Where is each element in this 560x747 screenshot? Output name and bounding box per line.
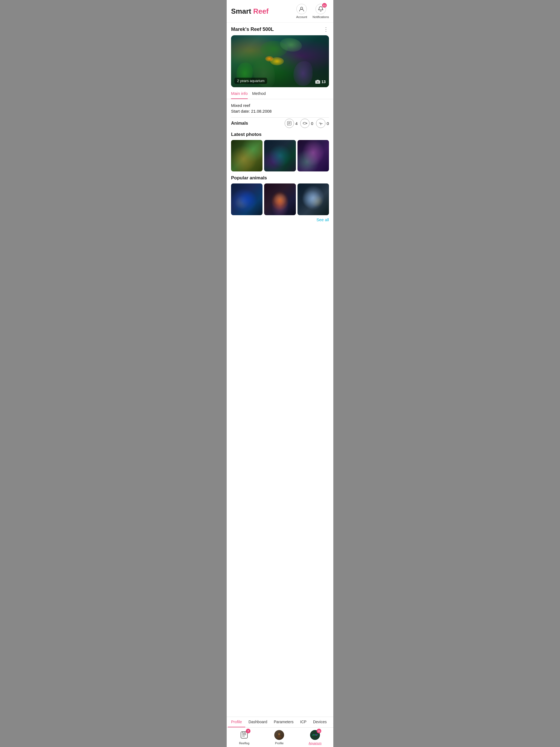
svg-point-10 [319,123,320,123]
tank-label: 2 years aquarium [234,78,267,84]
bottom-nav-reeflog[interactable]: 7 Reeflog [238,729,250,745]
notifications-label: Notifications [312,15,329,19]
svg-point-20 [278,733,280,735]
svg-point-12 [320,123,321,123]
fish-icon [302,121,307,126]
avatar-icon [276,732,282,738]
reeflog-badge: 7 [246,729,251,733]
see-all-link[interactable]: See all [316,217,329,222]
title-reef: Reef [253,7,269,15]
svg-point-0 [301,7,303,9]
tank-type: Mixed reef [231,103,329,108]
list-icon [287,121,292,126]
bottom-nav-profile[interactable]: Profile [274,729,285,745]
notifications-icon-wrap: 11 [315,4,326,14]
bottom-icons-row: 7 Reeflog Profile [227,728,333,747]
photo-count-number: 13 [321,80,326,84]
popular-animal-3[interactable] [298,183,329,215]
animal-coral-icon [316,119,325,128]
avatar [274,730,284,740]
account-icon-wrap [297,4,307,14]
account-button[interactable]: Account [296,4,307,19]
animal-fish-item[interactable]: 0 [300,119,313,128]
info-tabs: Main info Method [227,87,333,99]
account-label: Account [296,15,307,19]
animals-label: Animals [231,121,248,126]
animal-coral-item[interactable]: 0 [316,119,329,128]
photo-thumb-2[interactable] [264,140,296,172]
tank-menu-button[interactable]: ⋮ [323,26,329,32]
header-actions: Account 11 Notifications [296,4,329,19]
reeflog-icon-wrap: 7 [238,729,250,741]
popular-animal-1[interactable] [231,183,262,215]
bottom-nav-aquarium[interactable]: 11 Aquarium [309,729,322,745]
svg-point-11 [322,123,322,124]
animal-list-item[interactable]: 4 [285,119,298,128]
info-section: Mixed reef Start date: 21.08.2008 Animal… [227,99,333,132]
animal-list-count: 4 [295,121,298,126]
profile-label: Profile [275,742,284,745]
popular-section: Popular animals See all [227,175,333,226]
animals-row: Animals 4 [231,117,329,128]
account-icon [299,6,305,12]
tank-image[interactable]: 2 years aquarium 13 [231,35,329,87]
animal-coral-count: 0 [327,121,329,126]
tab-main-info[interactable]: Main info [231,91,248,99]
profile-icon-wrap [274,729,285,741]
photo-thumb-1[interactable] [231,140,262,172]
tab-devices[interactable]: Devices [310,717,330,727]
app-container: Smart Reef Account 11 [227,0,333,747]
photos-section: Latest photos [227,132,333,175]
tank-name: Marek's Reef 500L [231,27,274,32]
tab-method[interactable]: Method [252,91,266,99]
tab-actions[interactable]: Actions [330,717,333,727]
tank-start-date: Start date: 21.08.2008 [231,109,329,113]
popular-animal-2[interactable] [264,183,296,215]
nav-tabs-row: Profile Dashboard Parameters ICP Devices… [227,717,333,728]
main-content: Marek's Reef 500L ⋮ 2 years aquarium [227,23,333,747]
animals-counts: 4 0 [285,119,329,128]
svg-rect-3 [316,80,319,81]
reeflog-label: Reeflog [239,742,249,745]
notification-badge: 11 [322,3,327,8]
svg-point-23 [315,734,317,736]
tab-icp[interactable]: ICP [297,717,310,727]
tab-profile[interactable]: Profile [228,717,245,727]
aquarium-label: Aquarium [309,742,322,745]
svg-point-2 [317,81,319,83]
photo-count-icon [315,80,320,84]
popular-grid [231,183,329,215]
bottom-tabs: Profile Dashboard Parameters ICP Devices… [227,717,333,747]
coral-icon [318,121,323,126]
aquarium-icon-wrap-outer: 11 [309,729,321,741]
aquarium-badge: 11 [316,729,321,733]
tank-section: Marek's Reef 500L ⋮ 2 years aquarium [227,23,333,87]
header: Smart Reef Account 11 [227,0,333,23]
animal-fish-count: 0 [311,121,313,126]
notifications-button[interactable]: 11 Notifications [312,4,329,19]
see-all-row: See all [231,217,329,222]
title-smart: Smart [231,7,253,15]
svg-point-9 [304,123,304,123]
svg-point-22 [313,735,315,736]
popular-title: Popular animals [231,175,329,181]
tab-parameters[interactable]: Parameters [271,717,297,727]
tab-dashboard[interactable]: Dashboard [245,717,271,727]
animal-fish-icon [300,119,309,128]
photos-title: Latest photos [231,132,329,137]
tank-header: Marek's Reef 500L ⋮ [231,26,329,32]
app-title: Smart Reef [231,7,269,16]
photos-grid [231,140,329,172]
tank-photo-count: 13 [315,80,326,84]
animal-list-icon [285,119,294,128]
photo-thumb-3[interactable] [298,140,329,172]
